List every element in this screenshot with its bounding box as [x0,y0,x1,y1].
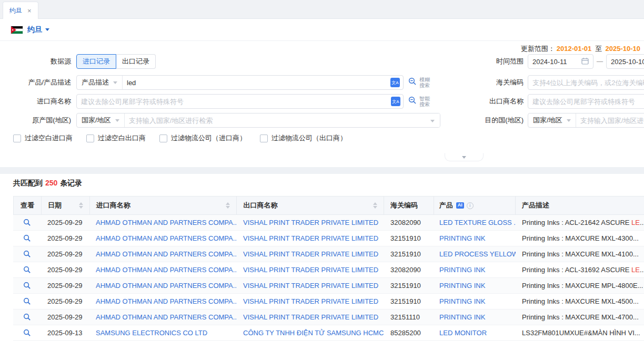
importer-link[interactable]: AHMAD OTHMAN AND PARTNERS COMPA... [89,313,237,321]
product-link[interactable]: PRINTING INK [434,282,516,290]
view-details-button[interactable] [23,313,31,321]
tab-jordan[interactable]: 约旦 × [3,2,38,19]
filter-logistics-exporter[interactable]: 过滤物流公司（出口商） [260,133,347,143]
exporter-input[interactable] [528,94,644,109]
product-field-select[interactable]: 产品描述 [77,76,123,89]
results-panel: 共匹配到250条记录 查看 日期 进口商名称 出口商名称 [0,174,644,341]
checkbox-label: 过滤空白出口商 [98,133,146,143]
cell-view [13,297,41,305]
sort-icons[interactable] [79,202,83,209]
view-details-button[interactable] [23,234,31,242]
country-name: 约旦 [27,25,42,35]
date-to-value: 2025-10-10 [611,58,644,66]
view-details-button[interactable] [23,282,31,290]
exporter-link[interactable]: VISHAL PRINT TRADER PRIVATE LIMITED [237,313,384,321]
datasource-import-tab[interactable]: 进口记录 [76,54,116,69]
sort-icons[interactable] [373,202,377,209]
view-details-button[interactable] [23,329,31,337]
importer-link[interactable]: AHMAD OTHMAN AND PARTNERS COMPA... [89,250,237,258]
product-row: 产品/产品描述 产品描述 文A 模糊 [13,75,430,90]
destination-country-row: 目的国(地区) 国家/地区 [479,113,644,128]
translate-icon[interactable]: 文A [390,78,400,87]
view-details-button[interactable] [23,266,31,274]
cell-hs-code: 32151910 [384,282,434,290]
origin-country-type-select[interactable]: 国家/地区 [77,113,125,127]
smart-search-toggle[interactable]: 智能 搜索 [408,96,430,107]
importer-link[interactable]: SAMSUNG ELECTRONICS CO LTD [89,329,237,337]
cell-hs-code: 32151910 [384,297,434,305]
date-from-value: 2024-10-11 [532,58,581,66]
col-importer[interactable]: 进口商名称 [90,197,237,214]
tab-close-icon[interactable]: × [27,7,32,14]
importer-link[interactable]: AHMAD OTHMAN AND PARTNERS COMPA... [89,266,237,274]
table-row: 2025-09-29 AHMAD OTHMAN AND PARTNERS COM… [13,231,644,246]
cell-hs-code: 32151110 [384,313,434,321]
product-link[interactable]: PRINTING INK [434,234,516,242]
col-product: 产品 AI i [434,197,516,214]
product-link[interactable]: LED MONITOR [434,329,516,337]
view-details-button[interactable] [23,250,31,258]
product-link[interactable]: LED TEXTURE GLOSS ... [434,219,516,226]
product-link[interactable]: PRINTING INK [434,297,516,305]
product-link[interactable]: PRINTING INK [434,313,516,321]
exporter-link[interactable]: VISHAL PRINT TRADER PRIVATE LIMITED [237,266,384,274]
exporter-link[interactable]: VISHAL PRINT TRADER PRIVATE LIMITED [237,219,384,226]
checkbox-label: 过滤物流公司（进口商） [171,133,246,143]
fuzzy-search-toggle[interactable]: 模糊 搜索 [408,77,430,88]
exporter-link[interactable]: CÔNG TY TNHH ĐIỆN TỬ SAMSUNG HCMC... [237,329,384,337]
col-exporter[interactable]: 出口商名称 [237,197,384,214]
exporter-link[interactable]: VISHAL PRINT TRADER PRIVATE LIMITED [237,250,384,258]
collapse-panel-handle[interactable] [445,153,484,161]
filter-blank-importer[interactable]: 过滤空白进口商 [13,133,73,143]
country-selector[interactable]: 约旦 [27,25,49,35]
product-search-input[interactable] [123,76,390,89]
col-hs-code: 海关编码 [384,197,434,214]
exporter-link[interactable]: VISHAL PRINT TRADER PRIVATE LIMITED [237,297,384,305]
hs-code-input[interactable] [528,75,644,90]
filter-blank-exporter[interactable]: 过滤空白出口商 [86,133,146,143]
checkbox-icon[interactable] [86,135,94,142]
checkbox-icon[interactable] [260,135,268,142]
chevron-down-icon [430,120,435,122]
origin-country-input[interactable] [125,113,440,127]
update-range: 更新范围：2012-01-01 至 2025-10-10 [521,44,642,54]
view-details-button[interactable] [23,297,31,305]
destination-country-type-select[interactable]: 国家/地区 [528,113,576,127]
app-window: 约旦 × 约旦 更新范围：2012-01-01 至 2025-10-10 [0,0,644,341]
importer-label: 进口商名称 [13,97,71,106]
translate-icon[interactable]: 文A [391,97,400,106]
checkbox-icon[interactable] [13,135,21,142]
time-range-label: 时间范围 [479,57,524,66]
table-header-row: 查看 日期 进口商名称 出口商名称 海关编码 产品 [13,196,644,215]
info-icon[interactable]: i [467,202,474,209]
importer-link[interactable]: AHMAD OTHMAN AND PARTNERS COMPA... [89,219,237,226]
cell-date: 2025-09-29 [41,282,89,290]
date-to-input[interactable]: 2025-10-10 [606,54,644,69]
exporter-link[interactable]: VISHAL PRINT TRADER PRIVATE LIMITED [237,234,384,242]
importer-link[interactable]: AHMAD OTHMAN AND PARTNERS COMPA... [89,282,237,290]
date-from-input[interactable]: 2024-10-11 [528,54,593,69]
results-table: 查看 日期 进口商名称 出口商名称 海关编码 产品 [13,196,644,341]
destination-country-input[interactable] [576,113,644,127]
update-range-middle: 至 [595,45,602,53]
filter-logistics-importer[interactable]: 过滤物流公司（进口商） [159,133,246,143]
cell-product-desc: Printing Inks : MAXCURE MPL-4800E... [516,282,644,290]
cell-date: 2025-09-29 [41,313,89,321]
hs-code-label: 海关编码 [479,78,524,87]
cell-product-desc: Printing Inks : ACL-21642 ASCURE LE... [516,219,644,226]
smart-search-label: 智能 搜索 [419,96,430,107]
cell-date: 2025-09-13 [41,329,89,337]
importer-link[interactable]: AHMAD OTHMAN AND PARTNERS COMPA... [89,234,237,242]
datasource-export-tab[interactable]: 出口记录 [116,54,156,69]
exporter-link[interactable]: VISHAL PRINT TRADER PRIVATE LIMITED [237,282,384,290]
view-details-button[interactable] [23,219,31,226]
sort-icons[interactable] [226,202,230,209]
product-link[interactable]: LED PROCESS YELLOW... [434,250,516,258]
importer-input[interactable] [76,94,404,109]
checkbox-icon[interactable] [159,135,167,142]
importer-link[interactable]: AHMAD OTHMAN AND PARTNERS COMPA... [89,297,237,305]
product-link[interactable]: PRINTING INK [434,266,516,274]
result-count: 250 [45,179,57,187]
col-date[interactable]: 日期 [42,197,90,214]
cell-date: 2025-09-29 [41,250,89,258]
